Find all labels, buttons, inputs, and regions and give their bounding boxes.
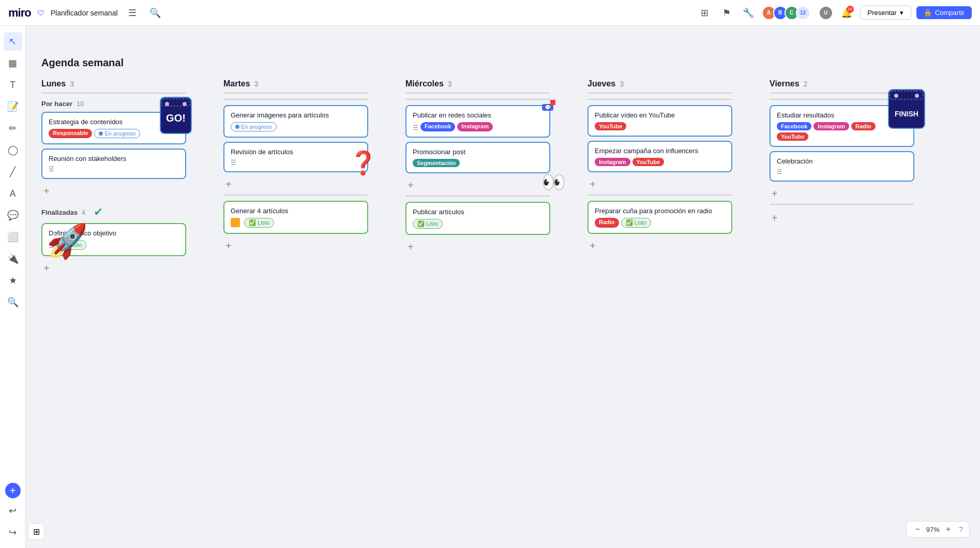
sticky-tool[interactable]: 📝	[4, 97, 22, 116]
card-tags-radio: Radio ✅ Listo	[595, 218, 725, 228]
grid-tool[interactable]: ▦	[4, 54, 22, 72]
list-icon3: ☰	[231, 159, 361, 166]
column-count-jueves: 3	[620, 80, 624, 88]
grid-view-button[interactable]: ⊞	[697, 5, 713, 21]
add-card-martes-todo[interactable]: +	[223, 176, 368, 192]
section-count-fin: 4	[82, 209, 85, 216]
card-title-imagenes: Generar imágenes para artículos	[231, 111, 361, 119]
card-redes[interactable]: 💬 Publicar en redes sociales ☰ Facebook …	[405, 105, 550, 138]
add-card-btn-lunes-fin[interactable]: +	[41, 260, 186, 276]
add-card-jueves-todo[interactable]: +	[587, 176, 732, 192]
svg-point-8	[894, 94, 898, 98]
current-user-avatar: U	[819, 6, 833, 20]
plugin-tool[interactable]: 🔌	[4, 249, 22, 268]
tag-responsable: Responsable	[49, 129, 92, 138]
rocket-decoration: 🚀	[47, 222, 88, 261]
lock-icon: 🔒	[924, 9, 932, 17]
card-tags-imagenes: En progreso	[231, 122, 361, 131]
card-youtube[interactable]: Publicar vídeo en YouTube YouTube	[587, 105, 732, 137]
redo-button[interactable]: ↪	[4, 523, 22, 542]
check-decoration: ✔	[94, 205, 103, 219]
list-icon4: ☰	[413, 124, 418, 131]
tag-facebook: Facebook	[420, 122, 455, 131]
card-imagenes[interactable]: Generar imágenes para artículos En progr…	[223, 105, 368, 138]
text-tool[interactable]: T	[4, 76, 22, 94]
tag-icon-yellow	[231, 218, 240, 227]
zoom-in-button[interactable]: +	[944, 525, 953, 534]
notification-button[interactable]: 🔔 10	[838, 5, 855, 21]
card-title-revision: Revisión de artículos	[231, 148, 361, 156]
pen-tool[interactable]: ✏	[4, 119, 22, 138]
card-title-inf: Empezar campaña con influencers	[595, 147, 725, 155]
help-icon: ?	[959, 525, 963, 534]
card-generar4[interactable]: Generar 4 artículos ✅ Listo	[223, 201, 368, 234]
table-view-button[interactable]: ⊞	[28, 523, 44, 540]
frame-tool[interactable]: ⬜	[4, 228, 22, 246]
search-button[interactable]: 🔍	[147, 5, 163, 21]
card-celebracion[interactable]: Celebración ☰	[770, 151, 914, 182]
finish-decoration: FINISH	[886, 84, 927, 133]
menu-button[interactable]: ☰	[124, 5, 141, 21]
msg-badge: 💬	[542, 102, 553, 111]
column-miercoles: Miércoles 3 💬 Publicar en redes sociales…	[405, 79, 550, 276]
tag-seg: Segmentación	[413, 159, 460, 167]
share-button[interactable]: 🔒 Compartir	[916, 6, 972, 19]
column-title-mierc: Miércoles	[405, 79, 444, 88]
card-publicar[interactable]: Publicar artículos ✅ Listo	[405, 202, 550, 235]
add-card-martes-fin[interactable]: +	[223, 238, 368, 254]
add-card-mierc-fin[interactable]: +	[405, 239, 550, 255]
zoom-out-button[interactable]: −	[913, 525, 922, 534]
avatar-group: A B C 12	[762, 6, 810, 20]
card-title-redes: Publicar en redes sociales	[413, 111, 543, 119]
card-reunion[interactable]: Reunión con stakeholders ☰	[41, 149, 186, 179]
go-decoration: GO!	[158, 95, 194, 142]
column-title-viernes: Viernes	[770, 79, 800, 88]
board-title: Planificador semanal	[51, 9, 118, 17]
card-tags-pub: ✅ Listo	[413, 219, 543, 229]
tag-instagram: Instagram	[457, 122, 493, 131]
svg-text:FINISH: FINISH	[895, 110, 918, 118]
card-revision[interactable]: Revisión de artículos ☰ ❓	[223, 142, 368, 172]
tools-button[interactable]: 🔧	[740, 5, 757, 21]
add-button[interactable]: +	[5, 483, 21, 498]
column-title-lunes: Lunes	[41, 79, 66, 88]
comment-tool[interactable]: 💬	[4, 206, 22, 225]
card-tags-yt: YouTube	[595, 122, 725, 130]
listo-badge3: ✅ Listo	[413, 219, 443, 229]
card-title-promo: Promocionar post	[413, 148, 543, 156]
card-title-reunion: Reunión con stakeholders	[49, 155, 179, 162]
listo-badge2: ✅ Listo	[244, 218, 274, 228]
zoom-level: 97%	[926, 526, 940, 534]
present-button[interactable]: Presentar ▾	[860, 6, 911, 20]
section-title: Por hacer	[41, 100, 72, 108]
column-title-jueves: Jueves	[587, 79, 615, 88]
card-promocionar[interactable]: Promocionar post Segmentación	[405, 142, 550, 173]
undo-button[interactable]: ↩	[4, 501, 22, 520]
text2-tool[interactable]: A	[4, 184, 22, 203]
card-tags-gen4: ✅ Listo	[231, 218, 361, 228]
line-tool[interactable]: ╱	[4, 162, 22, 181]
sidebar: ↖ ▦ T 📝 ✏ ◯ ╱ A 💬 ⬜ 🔌 ★ 🔍 + ↩ ↪	[0, 26, 26, 548]
card-radio[interactable]: Preparar cuña para promoción en radio Ra…	[587, 201, 732, 234]
shapes-tool[interactable]: ◯	[4, 141, 22, 159]
tag-fb2: Facebook	[777, 122, 811, 130]
add-card-viernes-fin[interactable]: +	[770, 210, 914, 226]
add-card-viernes-todo[interactable]: +	[770, 186, 914, 202]
card-influencers[interactable]: Empezar campaña con influencers Instagra…	[587, 141, 732, 172]
column-header-lunes: Lunes 3	[41, 79, 186, 94]
add-card-mierc-todo[interactable]: +	[405, 177, 550, 194]
cursor-tool[interactable]: ↖	[4, 32, 22, 51]
add-card-jueves-fin[interactable]: +	[587, 238, 732, 254]
column-count-lunes: 3	[70, 80, 74, 88]
tag-en-progreso: En progreso	[94, 129, 140, 138]
columns-wrapper: Lunes 3 GO! Por hacer 10 Estrategia de	[41, 79, 964, 276]
question-decoration: ❓	[349, 150, 378, 176]
card-title-pub: Publicar artículos	[413, 208, 543, 216]
filter-button[interactable]: ⚑	[718, 5, 735, 21]
miro-logo: miro	[8, 6, 31, 20]
star-tool[interactable]: ★	[4, 271, 22, 290]
add-card-btn-lunes-todo[interactable]: +	[41, 183, 186, 199]
svg-point-4	[183, 102, 187, 106]
card-title-cel: Celebración	[777, 157, 907, 165]
search-tool[interactable]: 🔍	[4, 293, 22, 312]
